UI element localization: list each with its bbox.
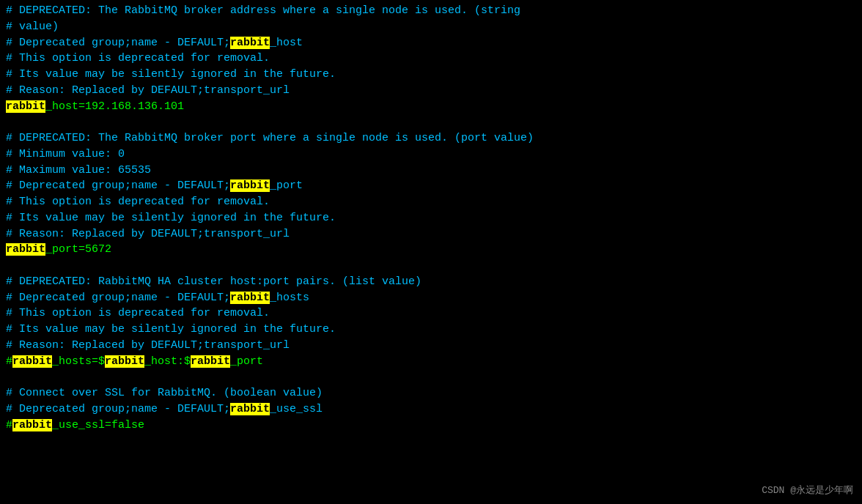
terminal-line: # Reason: Replaced by DEFAULT;transport_… — [6, 83, 856, 99]
empty-line — [6, 258, 856, 274]
text-segment: # This option is deprecated for removal. — [6, 52, 270, 64]
terminal-line: # Maximum value: 65535 — [6, 163, 856, 179]
terminal-line: # Deprecated group;name - DEFAULT;rabbit… — [6, 290, 856, 306]
terminal-line: # Its value may be silently ignored in t… — [6, 210, 856, 226]
text-segment: # DEPRECATED: RabbitMQ HA cluster host:p… — [6, 275, 421, 288]
watermark: CSDN @永远是少年啊 — [762, 484, 853, 498]
text-segment: future. — [283, 68, 336, 81]
terminal-line: # Its value may be silently ignored in t… — [6, 67, 856, 83]
text-segment: # Reason: Replaced by DEFAULT;transport_… — [6, 339, 290, 352]
highlighted-word: rabbit — [230, 403, 270, 415]
terminal-line: # value) — [6, 19, 856, 35]
text-segment: _use_ssl=false — [52, 419, 144, 431]
text-segment: the — [263, 68, 283, 81]
terminal-line: # This option is deprecated for removal. — [6, 194, 856, 210]
terminal-line: #rabbit_hosts=$rabbit_host:$rabbit_port — [6, 354, 856, 370]
text-segment: # Deprecated group;name - DEFAULT; — [6, 179, 230, 192]
text-segment: # Connect over SSL for RabbitMQ. (boolea… — [6, 387, 323, 399]
terminal-line: # Deprecated group;name - DEFAULT;rabbit… — [6, 35, 856, 51]
highlighted-word: rabbit — [12, 419, 52, 431]
text-segment: # value) — [6, 21, 59, 33]
text-segment: _use_ssl — [270, 403, 323, 415]
highlighted-word: rabbit — [230, 292, 270, 304]
text-segment: # This option is deprecated for removal. — [6, 196, 270, 208]
text-segment: # Reason: Replaced by DEFAULT;transport_… — [6, 84, 290, 97]
terminal-line: #rabbit_use_ssl=false — [6, 418, 856, 434]
terminal-line: # DEPRECATED: The RabbitMQ broker addres… — [6, 3, 856, 19]
terminal-line: # This option is deprecated for removal. — [6, 51, 856, 67]
text-segment: _hosts — [270, 292, 309, 304]
terminal-line: # Reason: Replaced by DEFAULT;transport_… — [6, 226, 856, 242]
text-segment: _host:$ — [144, 355, 191, 368]
highlighted-word: rabbit — [6, 243, 45, 256]
terminal-line: rabbit_port=5672 — [6, 242, 856, 258]
text-segment: _port=5672 — [45, 243, 111, 256]
text-segment: # DEPRECATED: The RabbitMQ broker port w… — [6, 132, 534, 144]
terminal: # DEPRECATED: The RabbitMQ broker addres… — [0, 0, 862, 504]
text-segment: _port — [230, 355, 263, 368]
empty-line — [6, 114, 856, 130]
empty-line — [6, 369, 856, 385]
terminal-line: # Minimum value: 0 — [6, 147, 856, 163]
text-segment: # Deprecated group;name - DEFAULT; — [6, 292, 230, 304]
text-segment: # — [6, 355, 12, 368]
terminal-line: # Connect over SSL for RabbitMQ. (boolea… — [6, 385, 856, 401]
terminal-line: rabbit_host=192.168.136.101 — [6, 99, 856, 115]
text-segment: # Its value may be silently ignored in — [6, 68, 263, 81]
terminal-line: # This option is deprecated for removal. — [6, 305, 856, 322]
text-segment: # Its value may be silently ignored in t… — [6, 323, 336, 336]
terminal-line: # Deprecated group;name - DEFAULT;rabbit… — [6, 401, 856, 418]
text-segment: # DEPRECATED: The RabbitMQ broker addres… — [6, 4, 520, 17]
text-segment: # — [6, 419, 12, 431]
highlighted-word: rabbit — [105, 355, 144, 368]
terminal-line: # Its value may be silently ignored in t… — [6, 322, 856, 338]
text-segment: _host — [270, 37, 303, 49]
terminal-line: # Deprecated group;name - DEFAULT;rabbit… — [6, 178, 856, 194]
text-segment: _host=192.168.136.101 — [45, 100, 184, 113]
highlighted-word: rabbit — [230, 37, 270, 49]
highlighted-word: rabbit — [6, 100, 45, 113]
text-segment: # Minimum value: 0 — [6, 148, 125, 160]
text-segment: # Reason: Replaced by DEFAULT;transport_… — [6, 228, 290, 240]
text-segment: # Maximum value: 65535 — [6, 164, 151, 177]
text-segment: # Deprecated group;name - DEFAULT; — [6, 37, 230, 49]
text-segment: # Its value may be silently ignored in t… — [6, 212, 336, 224]
text-segment: _hosts=$ — [52, 355, 105, 368]
terminal-line: # Reason: Replaced by DEFAULT;transport_… — [6, 338, 856, 354]
text-segment: _port — [270, 179, 303, 192]
terminal-line: # DEPRECATED: RabbitMQ HA cluster host:p… — [6, 274, 856, 290]
text-segment: # Deprecated group;name - DEFAULT; — [6, 403, 230, 415]
highlighted-word: rabbit — [191, 355, 230, 368]
text-segment: # This option is deprecated for removal. — [6, 307, 270, 319]
terminal-line: # DEPRECATED: The RabbitMQ broker port w… — [6, 130, 856, 147]
highlighted-word: rabbit — [230, 179, 270, 192]
highlighted-word: rabbit — [12, 355, 52, 368]
